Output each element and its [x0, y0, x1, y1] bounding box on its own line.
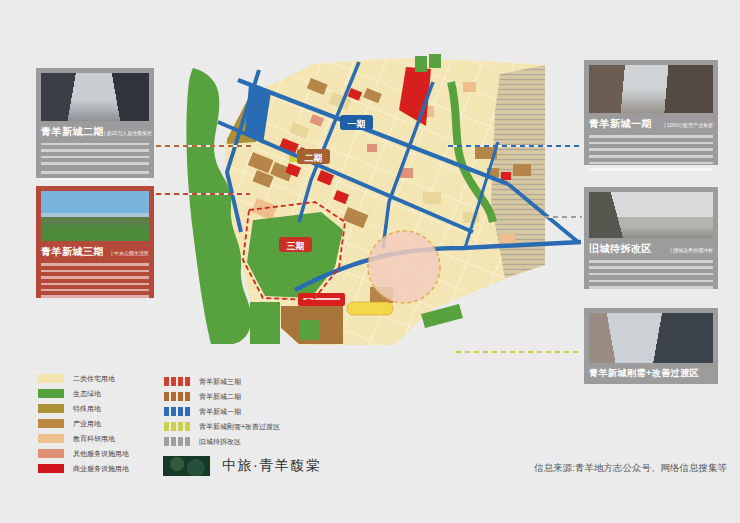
legend-swatch: [164, 377, 190, 386]
card-oldtown: 旧城待拆改区 | 绕城边界的缓冲村: [584, 187, 718, 289]
connector-transition: [456, 351, 582, 353]
legend-label: 生态绿地: [73, 389, 101, 398]
transition-zone-circle: [368, 231, 440, 303]
card-body-text: [41, 143, 149, 167]
legend-item: 特殊用地: [38, 404, 129, 413]
legend-item: 青羊新城二期: [164, 392, 280, 401]
legend-boundaries: 青羊新城三期 青羊新城二期 青羊新城一期 青羊新城刚需+改善过渡区 旧城待拆改区: [164, 377, 280, 452]
legend-label: 特殊用地: [73, 404, 101, 413]
card-phase1: 青羊新城一期 | 1000亿航空产业集群: [584, 60, 718, 165]
logo-text: 中旅·青羊馥棠: [222, 457, 321, 475]
legend-item: 产业用地: [38, 419, 129, 428]
legend-label: 青羊新城刚需+改善过渡区: [199, 422, 280, 431]
legend-swatch: [38, 464, 64, 473]
oldtown-photo: [589, 192, 713, 238]
legend-item: 二类住宅用地: [38, 374, 129, 383]
connector-phase3: [156, 193, 250, 195]
legend-label: 青羊新城一期: [199, 407, 241, 416]
legend-swatch: [164, 392, 190, 401]
card-body-text: [589, 280, 713, 293]
legend-item: 其他服务设施用地: [38, 449, 129, 458]
phase3-photo: [41, 191, 149, 241]
legend-label: 产业用地: [73, 419, 101, 428]
legend-swatch: [164, 422, 190, 431]
connector-phase2: [156, 145, 252, 147]
card-body-text: [589, 155, 713, 171]
legend-label: 商业服务设施用地: [73, 464, 129, 473]
card-body-text: [41, 263, 149, 285]
phase1-photo: [589, 65, 713, 113]
legend-label: 青羊新城二期: [199, 392, 241, 401]
source-note: 信息来源:青羊地方志公众号、网络信息搜集等: [534, 462, 727, 475]
legend-swatch: [38, 374, 64, 383]
legend-swatch: [38, 449, 64, 458]
legend-item: 生态绿地: [38, 389, 129, 398]
card-transition: 青羊新城刚需+改善过渡区: [584, 308, 718, 384]
legend-swatch: [38, 389, 64, 398]
legend-item: 教育科研用地: [38, 434, 129, 443]
hotel-zone-pill: [347, 302, 393, 315]
legend-swatch: [38, 419, 64, 428]
phase2-map-label: 二期: [297, 149, 330, 164]
legend-label: 青羊新城三期: [199, 377, 241, 386]
card-subtitle: | 绕城边界的缓冲村: [670, 247, 713, 253]
card-subtitle: | 超20万人居住聚集区: [104, 130, 152, 136]
poster-canvas: { "page": { "bg": "#ebebeb", "source_not…: [0, 0, 740, 523]
card-title: 青羊新城三期: [41, 245, 104, 259]
card-title: 青羊新城一期: [589, 117, 652, 131]
svg-text:二期: 二期: [305, 153, 323, 163]
svg-text:一期: 一期: [348, 119, 366, 129]
legend-swatch: [38, 434, 64, 443]
card-body-text: [41, 289, 149, 302]
phase2-photo: [41, 73, 149, 121]
connector-oldtown: [544, 216, 582, 218]
legend-label: 其他服务设施用地: [73, 449, 129, 458]
legend-item: 商业服务设施用地: [38, 464, 129, 473]
logo-thumbnail-image: [163, 456, 210, 476]
legend-swatch: [164, 407, 190, 416]
card-title: 旧城待拆改区: [589, 242, 652, 256]
connector-phase1: [448, 145, 582, 147]
card-phase3: 青羊新城三期 | 中央公园生活区: [36, 186, 154, 298]
legend-item: 青羊新城一期: [164, 407, 280, 416]
legend-land-use: 二类住宅用地 生态绿地 特殊用地 产业用地 教育科研用地 其他服务设施用地 商业…: [38, 374, 129, 479]
card-title: 青羊新城刚需+改善过渡区: [589, 367, 699, 380]
card-body-text: [589, 135, 713, 151]
legend-item: 青羊新城刚需+改善过渡区: [164, 422, 280, 431]
phase3-map-label: 三期: [279, 237, 312, 252]
card-phase2: 青羊新城二期 | 超20万人居住聚集区: [36, 68, 154, 178]
legend-label: 旧城待拆改区: [199, 437, 241, 446]
card-body-text: [41, 171, 149, 184]
phase1-map-label: 一期: [340, 115, 373, 130]
legend-item: 旧城待拆改区: [164, 437, 280, 446]
legend-swatch: [164, 437, 190, 446]
commercial-strip: [298, 293, 345, 306]
brand-logo: 中旅·青羊馥棠: [163, 456, 321, 476]
svg-text:三期: 三期: [287, 241, 305, 251]
master-plan-map: 一期 二期 三期: [163, 52, 583, 347]
card-subtitle: | 中央公园生活区: [111, 250, 149, 256]
card-subtitle: | 1000亿航空产业集群: [664, 122, 713, 128]
legend-label: 教育科研用地: [73, 434, 115, 443]
card-title: 青羊新城二期: [41, 125, 104, 139]
legend-item: 青羊新城三期: [164, 377, 280, 386]
card-body-text: [589, 260, 713, 276]
legend-swatch: [38, 404, 64, 413]
legend-label: 二类住宅用地: [73, 374, 115, 383]
transition-photo: [589, 313, 713, 363]
